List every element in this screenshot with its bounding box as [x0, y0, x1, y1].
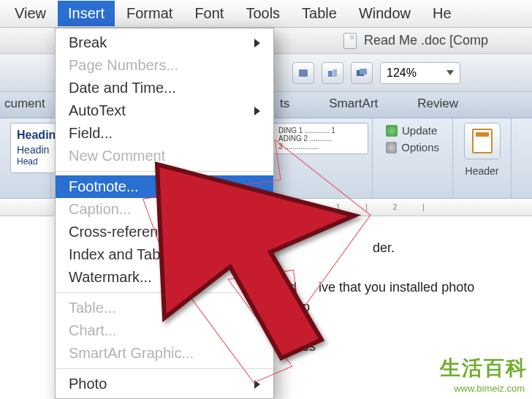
- ribbon-tab-smartart[interactable]: SmartArt: [312, 91, 395, 118]
- styles-preview[interactable]: Heading Headin Head: [10, 123, 56, 173]
- toolbar-button-1[interactable]: [292, 62, 314, 84]
- menu-item-watermark[interactable]: Watermark...: [56, 266, 273, 289]
- svg-rect-2: [333, 69, 337, 77]
- header-icon: [472, 129, 493, 153]
- toc-preview[interactable]: DING 1 ............ 1 ADING 2 ..........…: [273, 123, 368, 154]
- watermark-text-zh: 生活百科: [440, 354, 528, 382]
- doc-line-4: sets: [288, 317, 525, 337]
- doc-line-3: toshop: [270, 297, 525, 317]
- update-button[interactable]: Update: [383, 123, 442, 138]
- menu-table[interactable]: Table: [292, 1, 347, 26]
- doc-line-2: hard ive that you installed photo: [270, 278, 525, 297]
- doc-line-5: shes: [288, 337, 525, 357]
- toolbar-button-3[interactable]: [351, 62, 373, 84]
- menu-view[interactable]: View: [4, 1, 56, 26]
- header-footer-group: Header: [453, 118, 512, 198]
- style-heading1: Heading: [17, 128, 49, 143]
- menu-item-field[interactable]: Field...: [56, 122, 273, 145]
- menu-separator: [56, 292, 273, 293]
- chevron-right-icon: [254, 107, 260, 115]
- menu-item-cross-reference[interactable]: Cross-reference...: [56, 221, 273, 243]
- header-button[interactable]: [464, 123, 501, 159]
- menu-item-smartart-graphic: SmartArt Graphic...: [56, 342, 273, 365]
- menu-item-caption: Caption...: [56, 198, 273, 221]
- zoom-value: 124%: [387, 66, 417, 80]
- site-watermark: 生活百科 www.bimeiz.com: [440, 354, 528, 395]
- watermark-url: www.bimeiz.com: [440, 382, 528, 395]
- svg-rect-1: [328, 71, 332, 77]
- menu-item-index-tables[interactable]: Index and Tables...: [56, 243, 273, 266]
- svg-rect-0: [299, 69, 308, 77]
- ribbon-tab-partial[interactable]: cument: [4, 96, 45, 111]
- toc-line3: 3 .................: [278, 142, 363, 151]
- menu-item-footnote[interactable]: Footnote...: [56, 175, 273, 198]
- header-label: Header: [466, 165, 499, 177]
- menu-insert[interactable]: Insert: [58, 1, 115, 26]
- menu-item-new-comment: New Comment: [56, 145, 273, 167]
- menu-window[interactable]: Window: [349, 1, 421, 26]
- zoom-dropdown[interactable]: 124%: [380, 62, 460, 84]
- chevron-down-icon: [446, 70, 454, 75]
- toc-line1: DING 1 ............ 1: [278, 126, 363, 134]
- refresh-icon: [386, 125, 398, 137]
- menu-font[interactable]: Font: [184, 1, 234, 26]
- style-heading3: Head: [17, 156, 49, 168]
- menu-item-chart: Chart...: [56, 319, 273, 342]
- toolbar-button-2[interactable]: [322, 62, 343, 84]
- menu-item-photo[interactable]: Photo: [56, 373, 273, 395]
- menu-separator: [56, 171, 273, 172]
- options-button[interactable]: Options: [383, 140, 442, 155]
- doc-line-1: der.: [373, 238, 525, 258]
- toc-line2: ADING 2 ...........: [278, 134, 363, 142]
- update-label: Update: [402, 124, 437, 137]
- menu-item-break[interactable]: Break: [56, 31, 273, 54]
- ribbon-tab-review[interactable]: Review: [400, 91, 475, 118]
- options-label: Options: [401, 141, 439, 153]
- document-icon: [343, 33, 357, 49]
- menu-item-page-numbers: Page Numbers...: [56, 54, 273, 77]
- menu-tools[interactable]: Tools: [235, 1, 290, 26]
- menu-separator: [56, 368, 273, 369]
- menu-format[interactable]: Format: [116, 1, 183, 26]
- insert-dropdown-menu: Break Page Numbers... Date and Time... A…: [55, 28, 274, 399]
- toc-group: DING 1 ............ 1 ADING 2 ..........…: [263, 118, 373, 198]
- document-title: Read Me .doc [Comp: [364, 33, 488, 48]
- chevron-right-icon: [254, 380, 260, 389]
- update-group: Update Options: [373, 118, 453, 198]
- menu-item-table: Table...: [56, 297, 273, 319]
- style-heading2: Headin: [17, 143, 49, 156]
- styles-group: Heading Headin Head: [0, 118, 51, 198]
- apple-menubar: View Insert Format Font Tools Table Wind…: [0, 0, 532, 28]
- svg-rect-4: [360, 69, 367, 75]
- menu-item-autotext[interactable]: AutoText: [56, 99, 273, 122]
- ruler-marks: 1 | 2 |: [336, 203, 436, 211]
- gear-icon: [386, 142, 397, 153]
- menu-help[interactable]: He: [422, 1, 462, 26]
- chevron-right-icon: [254, 39, 260, 48]
- menu-item-date-time[interactable]: Date and Time...: [56, 77, 273, 99]
